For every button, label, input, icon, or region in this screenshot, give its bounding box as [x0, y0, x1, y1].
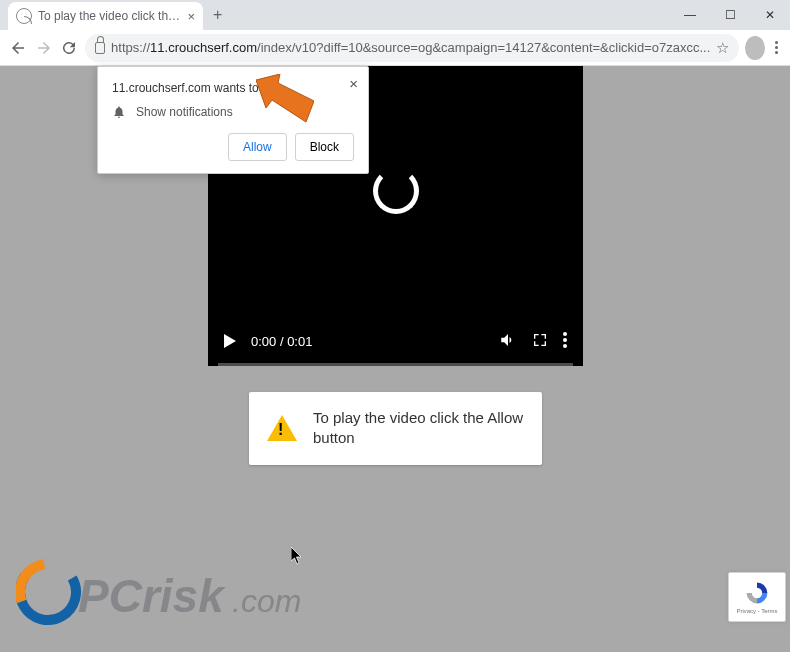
svg-point-3 — [16, 554, 86, 630]
video-controls: 0:00 / 0:01 — [208, 316, 583, 366]
warning-icon — [267, 415, 297, 441]
svg-point-0 — [563, 332, 567, 336]
prompt-close-icon[interactable]: × — [349, 75, 358, 92]
window-controls: — ☐ ✕ — [670, 0, 790, 30]
maximize-button[interactable]: ☐ — [710, 0, 750, 30]
new-tab-button[interactable]: + — [213, 6, 222, 24]
svg-point-2 — [563, 344, 567, 348]
forward-button[interactable] — [34, 36, 54, 60]
svg-text:PCrisk: PCrisk — [78, 570, 226, 622]
back-button[interactable] — [8, 36, 28, 60]
block-button[interactable]: Block — [295, 133, 354, 161]
address-field[interactable]: https://11.crouchserf.com/index/v10?diff… — [85, 34, 739, 62]
profile-avatar[interactable] — [745, 36, 765, 60]
window-close-button[interactable]: ✕ — [750, 0, 790, 30]
lock-icon — [95, 42, 105, 54]
video-time: 0:00 / 0:01 — [251, 334, 312, 349]
notification-prompt: × 11.crouchserf.com wants to Show notifi… — [97, 66, 369, 174]
globe-icon — [16, 8, 32, 24]
title-bar: To play the video click the Allow l × + … — [0, 0, 790, 30]
prompt-label: Show notifications — [136, 105, 233, 119]
play-button-icon[interactable] — [224, 334, 236, 348]
arrow-annotation-icon — [256, 74, 314, 126]
pcrisk-watermark: PCrisk .com — [16, 542, 316, 642]
svg-point-1 — [563, 338, 567, 342]
recaptcha-badge[interactable]: Privacy - Terms — [728, 572, 786, 622]
bookmark-star-icon[interactable]: ☆ — [716, 39, 729, 57]
minimize-button[interactable]: — — [670, 0, 710, 30]
mouse-cursor-icon — [291, 547, 305, 568]
allow-message-text: To play the video click the Allow button — [313, 408, 524, 449]
recaptcha-icon — [744, 580, 770, 606]
address-bar: https://11.crouchserf.com/index/v10?diff… — [0, 30, 790, 66]
allow-message-box: To play the video click the Allow button — [249, 392, 542, 465]
tab-title: To play the video click the Allow l — [38, 9, 181, 23]
svg-text:.com: .com — [232, 583, 301, 619]
video-progress-bar[interactable] — [218, 363, 573, 366]
allow-button[interactable]: Allow — [228, 133, 287, 161]
url-text: https://11.crouchserf.com/index/v10?diff… — [111, 40, 710, 55]
volume-icon[interactable] — [499, 331, 517, 352]
kebab-menu-icon[interactable] — [771, 37, 782, 58]
browser-tab[interactable]: To play the video click the Allow l × — [8, 2, 203, 30]
bell-icon — [112, 105, 126, 119]
tab-close-icon[interactable]: × — [187, 9, 195, 24]
spinner-icon — [373, 168, 419, 214]
reload-button[interactable] — [59, 36, 79, 60]
video-more-icon[interactable] — [563, 332, 567, 351]
prompt-body: Show notifications — [112, 105, 354, 119]
recaptcha-text: Privacy - Terms — [736, 608, 777, 614]
prompt-header: 11.crouchserf.com wants to — [112, 81, 354, 95]
fullscreen-icon[interactable] — [532, 332, 548, 351]
prompt-buttons: Allow Block — [112, 133, 354, 161]
